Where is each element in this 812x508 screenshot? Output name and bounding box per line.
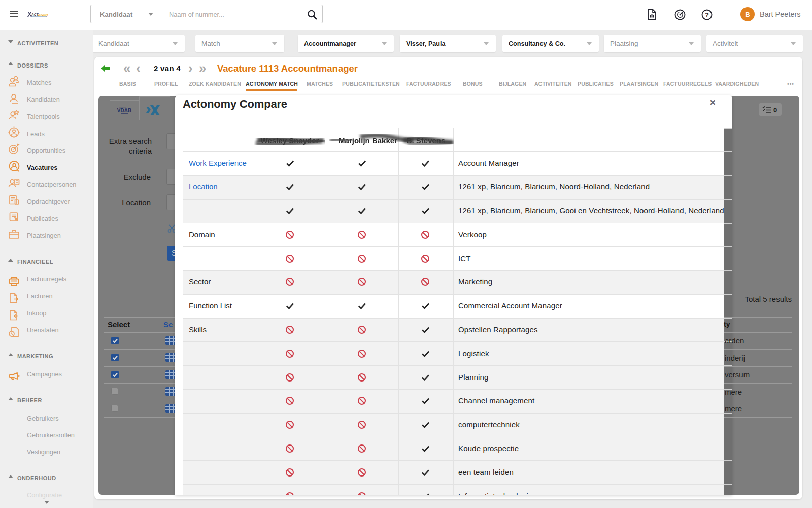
svg-text:onomy: onomy [38,13,49,17]
svg-text:?: ? [705,12,709,19]
svg-text:VDAB: VDAB [117,108,131,113]
